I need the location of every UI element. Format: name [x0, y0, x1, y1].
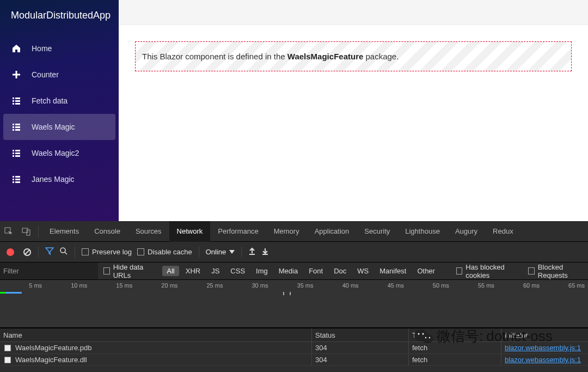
svg-rect-25 [15, 181, 20, 183]
filter-input[interactable] [0, 263, 98, 279]
timeline-tick-label: 35 ms [297, 282, 314, 289]
record-button[interactable] [7, 248, 14, 256]
disable-cache-label: Disable cache [148, 248, 192, 256]
disable-cache-checkbox[interactable]: Disable cache [137, 248, 192, 256]
clear-button[interactable] [23, 248, 32, 257]
type-filter-js[interactable]: JS [207, 266, 224, 276]
timeline-tick-label: 50 ms [433, 282, 449, 289]
file-icon [4, 357, 11, 363]
timeline-tick: 25 ms [181, 280, 226, 327]
has-blocked-cookies-label: Has blocked cookies [465, 263, 523, 279]
app-window: ModularDistributedApp HomeCounterFetch d… [0, 0, 588, 221]
svg-rect-23 [15, 179, 20, 180]
svg-rect-15 [15, 150, 20, 151]
timeline-tick: 5 ms [0, 280, 45, 327]
has-blocked-cookies-checkbox[interactable]: Has blocked cookies [456, 263, 523, 279]
cell-initiator: blazor.webassembly.js:1 [501, 342, 588, 353]
tab-lighthouse[interactable]: Lighthouse [397, 221, 448, 242]
sidebar-item-waels-magic[interactable]: Waels Magic [3, 114, 115, 140]
sidebar-item-waels-magic2[interactable]: Waels Magic2 [3, 140, 115, 166]
tab-augury[interactable]: Augury [448, 221, 485, 242]
download-har-icon[interactable] [261, 247, 269, 257]
device-toggle-icon[interactable] [17, 221, 35, 242]
tab-security[interactable]: Security [357, 221, 397, 242]
sidebar-item-fetch-data[interactable]: Fetch data [3, 88, 115, 114]
svg-line-30 [25, 250, 29, 254]
svg-rect-24 [13, 181, 14, 183]
svg-rect-19 [15, 155, 20, 157]
type-filter-doc[interactable]: Doc [329, 266, 351, 276]
table-row[interactable]: WaelsMagicFeature.pdb304fetchblazor.weba… [0, 342, 588, 354]
type-filter-css[interactable]: CSS [226, 266, 249, 276]
type-filter-xhr[interactable]: XHR [181, 266, 205, 276]
checkbox-box [137, 248, 144, 255]
type-filter-all[interactable]: All [162, 266, 179, 276]
sidebar-item-counter[interactable]: Counter [3, 62, 115, 88]
sidebar-item-label: Fetch data [32, 96, 68, 105]
svg-point-31 [60, 248, 65, 253]
timeline-tick: 40 ms [317, 280, 362, 327]
preserve-log-checkbox[interactable]: Preserve log [82, 248, 132, 256]
svg-rect-18 [13, 155, 14, 157]
filter-toggle-icon[interactable] [45, 247, 54, 257]
col-status[interactable]: Status [312, 328, 409, 341]
network-table: Name Status Type Initiator WaelsMagicFea… [0, 328, 588, 372]
cell-name: WaelsMagicFeature.dll [0, 354, 312, 365]
sidebar-item-janes-magic[interactable]: Janes Magic [3, 166, 115, 192]
timeline-tick-label: 30 ms [252, 282, 268, 289]
type-filter-ws[interactable]: WS [353, 266, 373, 276]
timeline-tick: 15 ms [90, 280, 136, 327]
cell-type: fetch [409, 342, 501, 353]
sidebar-nav: HomeCounterFetch dataWaels MagicWaels Ma… [0, 33, 119, 194]
timeline-tick: 35 ms [271, 280, 316, 327]
svg-rect-1 [13, 74, 20, 76]
file-icon [4, 345, 11, 351]
checkbox-box [456, 267, 463, 275]
network-timeline[interactable]: 5 ms10 ms15 ms20 ms25 ms30 ms35 ms40 ms4… [0, 280, 588, 328]
timeline-tick: 10 ms [45, 280, 90, 327]
timeline-tick-label: 15 ms [116, 282, 132, 289]
col-name[interactable]: Name [0, 328, 312, 341]
initiator-link[interactable]: blazor.webassembly.js:1 [505, 356, 581, 364]
initiator-link[interactable]: blazor.webassembly.js:1 [505, 344, 581, 352]
tab-performance[interactable]: Performance [210, 221, 266, 242]
tab-network[interactable]: Network [169, 221, 211, 242]
timeline-tick: 55 ms [452, 280, 498, 327]
hide-data-urls-checkbox[interactable]: Hide data URLs [103, 263, 157, 279]
svg-rect-22 [13, 179, 14, 180]
cell-type: fetch [409, 354, 501, 365]
type-filter-img[interactable]: Img [252, 266, 272, 276]
tab-console[interactable]: Console [87, 221, 128, 242]
list-icon [11, 148, 22, 158]
svg-rect-8 [13, 124, 14, 125]
throttling-select[interactable]: Online [206, 248, 235, 256]
tab-redux[interactable]: Redux [485, 221, 521, 242]
tab-memory[interactable]: Memory [266, 221, 307, 242]
sidebar-item-home[interactable]: Home [3, 35, 115, 62]
col-type[interactable]: Type [409, 328, 501, 341]
table-row[interactable]: WaelsMagicFeature.dll304fetchblazor.weba… [0, 354, 588, 366]
table-header: Name Status Type Initiator [0, 328, 588, 342]
inspect-element-icon[interactable] [0, 221, 17, 242]
upload-har-icon[interactable] [248, 247, 256, 257]
feature-alert: This Blazor component is defined in the … [135, 41, 572, 71]
blocked-requests-checkbox[interactable]: Blocked Requests [528, 263, 588, 279]
tab-application[interactable]: Application [307, 221, 357, 242]
svg-rect-20 [13, 176, 14, 178]
tab-elements[interactable]: Elements [42, 221, 87, 242]
col-initiator[interactable]: Initiator [501, 328, 588, 341]
search-icon[interactable] [59, 247, 68, 257]
type-filter-media[interactable]: Media [274, 266, 302, 276]
content-area: This Blazor component is defined in the … [119, 0, 588, 221]
tab-sources[interactable]: Sources [128, 221, 169, 242]
plus-icon [11, 69, 22, 80]
hide-data-urls-label: Hide data URLs [113, 263, 157, 279]
type-filter-font[interactable]: Font [304, 266, 327, 276]
svg-rect-5 [15, 100, 20, 102]
type-filter-other[interactable]: Other [413, 266, 439, 276]
timeline-tick: 60 ms [498, 280, 543, 327]
timeline-tick-label: 5 ms [29, 282, 42, 289]
timeline-tick-label: 40 ms [342, 282, 359, 289]
svg-rect-12 [13, 129, 14, 131]
type-filter-manifest[interactable]: Manifest [375, 266, 411, 276]
